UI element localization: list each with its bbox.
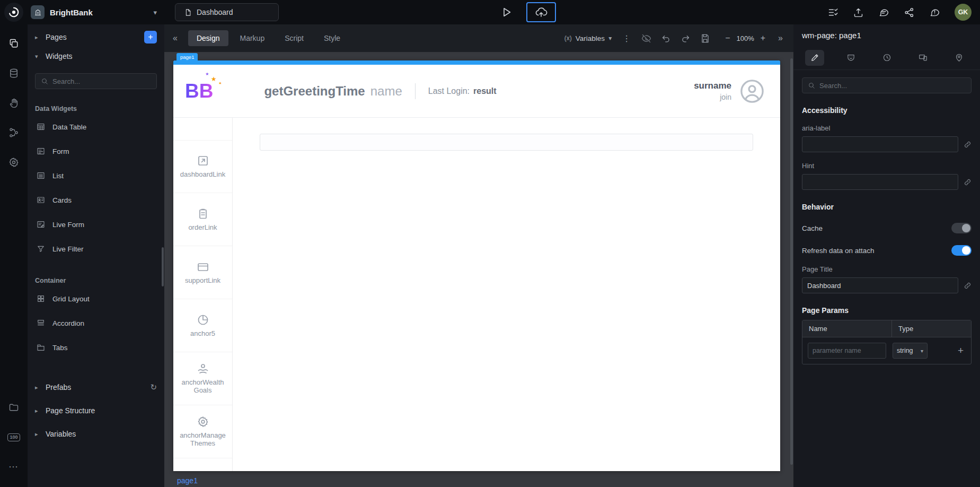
strip-bottom-group: 100 ⋯	[3, 393, 24, 482]
zoom-out-button[interactable]: −	[725, 33, 730, 43]
page-selection-tag[interactable]: page1	[176, 53, 198, 60]
properties-tab-pencil-icon[interactable]	[805, 50, 824, 66]
user-avatar-icon[interactable]	[740, 79, 764, 103]
container-title: Container	[35, 277, 157, 284]
data-widgets-title: Data Widgets	[35, 105, 157, 112]
search-icon	[808, 82, 815, 89]
widgets-section-header[interactable]: ▾ Widgets	[28, 47, 164, 66]
properties-tabs	[793, 46, 980, 70]
export-icon[interactable]	[853, 7, 864, 18]
deploy-button[interactable]	[526, 2, 556, 22]
prefabs-section-header[interactable]: ▸ Prefabs ↻	[28, 376, 164, 399]
collapse-left-icon[interactable]: «	[170, 33, 181, 43]
greeting-name-label[interactable]: name	[370, 84, 402, 99]
variables-section-header[interactable]: ▸ Variables	[28, 422, 164, 446]
user-avatar[interactable]: GK	[955, 4, 972, 21]
hint-input[interactable]	[802, 174, 958, 190]
bind-link-icon[interactable]	[964, 178, 972, 186]
add-param-button[interactable]: +	[956, 345, 966, 356]
nav-item-support-link[interactable]: supportLink	[173, 246, 232, 299]
tab-style[interactable]: Style	[315, 30, 349, 46]
tab-script[interactable]: Script	[276, 30, 312, 46]
nav-item-wealth-goals[interactable]: anchorWealthGoals	[173, 352, 232, 405]
canvas-scrollbar-thumb[interactable]	[790, 58, 793, 465]
more-options-icon[interactable]: ⋯	[3, 452, 24, 482]
database-icon[interactable]	[3, 58, 24, 88]
variables-dropdown[interactable]: (x) Variables ▾	[564, 34, 612, 42]
page-params-header-row: Name Type	[802, 320, 971, 337]
settings-icon[interactable]	[3, 147, 24, 177]
app-logo[interactable]	[4, 3, 23, 22]
zoom-in-button[interactable]: +	[761, 33, 765, 43]
more-actions-icon[interactable]: ⋮	[621, 33, 632, 44]
page-left-nav-widget: dashboardLink orderLink supportLink	[173, 118, 233, 471]
layout-tab-devices-icon[interactable]	[913, 50, 932, 66]
widget-item-tabs[interactable]: Tabs	[28, 335, 164, 360]
page-breadcrumb-label[interactable]: page1	[177, 476, 198, 485]
project-selector[interactable]: BrightBank ▾	[31, 5, 157, 19]
api-flow-icon[interactable]	[3, 118, 24, 147]
widget-item-grid-layout[interactable]: Grid Layout	[28, 286, 164, 311]
collapse-right-icon[interactable]: »	[775, 33, 786, 43]
page-structure-section-header[interactable]: ▸ Page Structure	[28, 399, 164, 422]
open-page-tab[interactable]: Dashboard	[175, 3, 279, 21]
widget-item-live-filter[interactable]: Live Filter	[28, 237, 164, 261]
bind-link-icon[interactable]	[964, 282, 972, 290]
task-list-icon[interactable]	[827, 7, 838, 18]
page-canvas[interactable]: page1 BB ★ ★ ★ getGreetingTime name Last…	[173, 60, 780, 471]
greeting-binding-label[interactable]: getGreetingTime	[264, 84, 365, 99]
chat-icon[interactable]	[878, 7, 889, 18]
variables-icon: (x)	[564, 34, 572, 42]
nav-item-manage-themes[interactable]: anchorManageThemes	[173, 405, 232, 458]
container-widget[interactable]	[260, 134, 753, 151]
param-type-select[interactable]: string ▾	[893, 343, 928, 359]
aria-label-input[interactable]	[802, 136, 958, 152]
localization-100-icon[interactable]: 100	[3, 422, 24, 452]
refresh-data-toggle[interactable]	[951, 245, 972, 256]
folder-icon[interactable]	[3, 393, 24, 422]
page-header-widget[interactable]: BB ★ ★ ★ getGreetingTime name Last Login…	[173, 65, 780, 118]
refresh-prefabs-icon[interactable]: ↻	[150, 382, 157, 392]
last-login-label[interactable]: Last Login:result	[428, 86, 497, 96]
nav-item-anchor5[interactable]: anchor5	[173, 299, 232, 352]
brand-logo[interactable]: BB ★ ★ ★	[185, 80, 213, 102]
pages-icon[interactable]	[3, 29, 24, 58]
caret-right-icon: ▸	[35, 34, 40, 41]
tab-markup[interactable]: Markup	[232, 30, 273, 46]
save-icon[interactable]	[700, 33, 710, 44]
page-title-input[interactable]	[802, 277, 958, 293]
tab-design[interactable]: Design	[188, 30, 228, 46]
page-params-table: Name Type string ▾ +	[802, 320, 972, 364]
widget-search-input[interactable]	[52, 77, 151, 85]
widget-item-live-form[interactable]: Live Form	[28, 212, 164, 237]
properties-panel: wm-page: page1 Accessibility	[793, 24, 980, 487]
bind-link-icon[interactable]	[964, 141, 972, 149]
widget-item-cards[interactable]: Cards	[28, 188, 164, 212]
share-icon[interactable]	[904, 7, 915, 18]
styles-tab-mask-icon[interactable]	[841, 50, 860, 66]
widget-item-list[interactable]: List	[28, 163, 164, 188]
property-search-input[interactable]	[819, 82, 966, 90]
pages-section-header[interactable]: ▸ Pages +	[28, 28, 164, 47]
history-tab-clock-icon[interactable]	[877, 50, 896, 66]
undo-icon[interactable]	[661, 33, 671, 44]
join-label[interactable]: join	[720, 93, 731, 101]
cache-toggle[interactable]	[951, 223, 972, 233]
redo-icon[interactable]	[681, 33, 691, 44]
cards-icon	[36, 196, 46, 204]
hint-label: Hint	[802, 162, 972, 170]
surname-label[interactable]: surname	[694, 81, 731, 91]
markers-tab-pin-icon[interactable]	[949, 50, 968, 66]
preview-eye-off-icon[interactable]	[641, 33, 651, 44]
param-name-input[interactable]	[808, 343, 886, 359]
left-panel-scrollbar[interactable]	[162, 247, 164, 286]
widget-item-form[interactable]: Form	[28, 139, 164, 163]
add-page-button[interactable]: +	[144, 31, 157, 44]
feedback-icon[interactable]	[929, 7, 940, 18]
drag-hand-icon[interactable]	[3, 88, 24, 118]
widget-item-accordion[interactable]: Accordion	[28, 311, 164, 335]
run-button[interactable]	[500, 6, 513, 19]
nav-item-order-link[interactable]: orderLink	[173, 193, 232, 246]
widget-item-data-table[interactable]: Data Table	[28, 115, 164, 139]
nav-item-dashboard-link[interactable]: dashboardLink	[173, 140, 232, 193]
